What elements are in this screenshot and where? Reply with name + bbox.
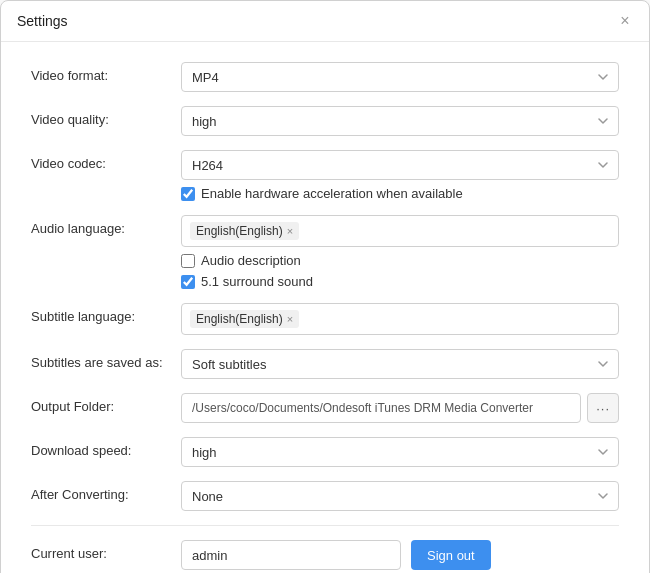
video-codec-select[interactable]: H264 H265 AV1 — [181, 150, 619, 180]
hw-acceleration-checkbox[interactable] — [181, 187, 195, 201]
video-codec-row: Video codec: H264 H265 AV1 Enable hardwa… — [31, 150, 619, 201]
download-speed-row: Download speed: high medium low — [31, 437, 619, 467]
output-folder-input-row: ··· — [181, 393, 619, 423]
audio-description-checkbox[interactable] — [181, 254, 195, 268]
audio-language-control: English(English) × Audio description 5.1… — [181, 215, 619, 289]
output-folder-row: Output Folder: ··· — [31, 393, 619, 423]
audio-description-row: Audio description — [181, 253, 619, 268]
audio-language-tag-input[interactable]: English(English) × — [181, 215, 619, 247]
surround-sound-label: 5.1 surround sound — [201, 274, 313, 289]
video-format-label: Video format: — [31, 62, 181, 83]
audio-language-row: Audio language: English(English) × Audio… — [31, 215, 619, 289]
after-converting-row: After Converting: None Open folder Shutd… — [31, 481, 619, 511]
download-speed-control: high medium low — [181, 437, 619, 467]
output-folder-input[interactable] — [181, 393, 581, 423]
current-user-input[interactable] — [181, 540, 401, 570]
subtitle-language-tag: English(English) × — [190, 310, 299, 328]
subtitle-language-tag-text: English(English) — [196, 312, 283, 326]
hw-acceleration-label: Enable hardware acceleration when availa… — [201, 186, 463, 201]
download-speed-label: Download speed: — [31, 437, 181, 458]
close-button[interactable]: × — [617, 13, 633, 29]
current-user-row: Current user: Sign out — [31, 540, 619, 570]
video-format-row: Video format: MP4 MKV MOV — [31, 62, 619, 92]
download-speed-select[interactable]: high medium low — [181, 437, 619, 467]
surround-sound-checkbox[interactable] — [181, 275, 195, 289]
video-codec-label: Video codec: — [31, 150, 181, 171]
surround-sound-row: 5.1 surround sound — [181, 274, 619, 289]
title-bar: Settings × — [1, 1, 649, 42]
subtitles-saved-as-label: Subtitles are saved as: — [31, 349, 181, 370]
subtitle-language-tag-input[interactable]: English(English) × — [181, 303, 619, 335]
subtitle-language-tag-close[interactable]: × — [287, 313, 293, 325]
video-format-select[interactable]: MP4 MKV MOV — [181, 62, 619, 92]
settings-content: Video format: MP4 MKV MOV Video quality:… — [1, 42, 649, 573]
video-quality-row: Video quality: high medium low — [31, 106, 619, 136]
divider — [31, 525, 619, 526]
subtitles-saved-as-control: Soft subtitles Hard subtitles None — [181, 349, 619, 379]
video-quality-select[interactable]: high medium low — [181, 106, 619, 136]
video-codec-control: H264 H265 AV1 Enable hardware accelerati… — [181, 150, 619, 201]
after-converting-select[interactable]: None Open folder Shutdown — [181, 481, 619, 511]
settings-window: Settings × Video format: MP4 MKV MOV Vid… — [0, 0, 650, 573]
audio-description-label: Audio description — [201, 253, 301, 268]
current-user-label: Current user: — [31, 540, 181, 561]
subtitle-language-row: Subtitle language: English(English) × — [31, 303, 619, 335]
output-folder-label: Output Folder: — [31, 393, 181, 414]
sign-out-button[interactable]: Sign out — [411, 540, 491, 570]
output-folder-control: ··· — [181, 393, 619, 423]
browse-button[interactable]: ··· — [587, 393, 619, 423]
subtitle-language-control: English(English) × — [181, 303, 619, 335]
window-title: Settings — [17, 13, 68, 29]
current-user-input-row: Sign out — [181, 540, 619, 570]
audio-language-tag: English(English) × — [190, 222, 299, 240]
audio-checkboxes: Audio description 5.1 surround sound — [181, 253, 619, 289]
subtitles-saved-as-row: Subtitles are saved as: Soft subtitles H… — [31, 349, 619, 379]
audio-language-label: Audio language: — [31, 215, 181, 236]
audio-language-tag-text: English(English) — [196, 224, 283, 238]
after-converting-control: None Open folder Shutdown — [181, 481, 619, 511]
video-format-control: MP4 MKV MOV — [181, 62, 619, 92]
hw-acceleration-row: Enable hardware acceleration when availa… — [181, 186, 619, 201]
after-converting-label: After Converting: — [31, 481, 181, 502]
audio-language-tag-close[interactable]: × — [287, 225, 293, 237]
subtitles-saved-as-select[interactable]: Soft subtitles Hard subtitles None — [181, 349, 619, 379]
current-user-control: Sign out — [181, 540, 619, 570]
video-quality-control: high medium low — [181, 106, 619, 136]
subtitle-language-label: Subtitle language: — [31, 303, 181, 324]
video-quality-label: Video quality: — [31, 106, 181, 127]
